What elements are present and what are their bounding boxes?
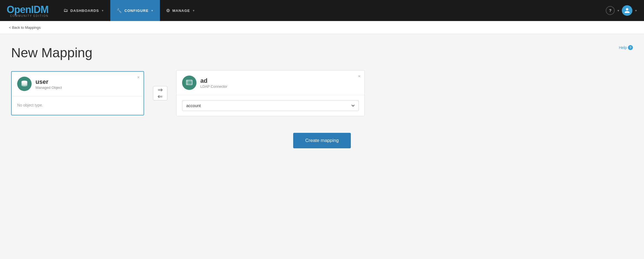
- back-to-mappings-link[interactable]: < Back to Mappings: [9, 25, 41, 30]
- help-circle-icon: ?: [628, 45, 633, 50]
- mapping-row: user Managed Object × No object type. ⇒ …: [11, 70, 633, 116]
- help-link-label: Help: [619, 45, 627, 50]
- logo[interactable]: Open IDM COMMUNITY EDITION: [7, 4, 48, 17]
- right-card-close[interactable]: ×: [358, 74, 361, 79]
- breadcrumb-bar: < Back to Mappings: [0, 21, 644, 34]
- nav-dashboards[interactable]: 🗂 DASHBOARDS ▼: [57, 0, 110, 21]
- left-card-close[interactable]: ×: [137, 75, 140, 80]
- right-mapping-card: ad LDAP Connector × account group organi…: [176, 70, 365, 116]
- left-card-header: user Managed Object ×: [12, 72, 144, 96]
- nav-configure[interactable]: 🔧 CONFIGURE ▼: [110, 0, 160, 21]
- manage-chevron: ▼: [192, 9, 195, 12]
- object-type-select[interactable]: account group organizationalUnit: [182, 100, 359, 111]
- help-link[interactable]: Help ?: [619, 45, 633, 50]
- logo-idm: IDM: [31, 4, 48, 15]
- page-title: New Mapping: [11, 45, 92, 60]
- right-card-header: ad LDAP Connector ×: [177, 71, 364, 95]
- right-card-name: ad: [200, 77, 359, 84]
- left-card-info: user Managed Object: [35, 78, 138, 90]
- configure-chevron: ▼: [151, 9, 154, 12]
- left-card-icon: [17, 77, 32, 91]
- logo-edition: COMMUNITY EDITION: [7, 14, 48, 17]
- nav-items: 🗂 DASHBOARDS ▼ 🔧 CONFIGURE ▼ ⚙ MANAGE ▼: [57, 0, 606, 21]
- left-card-name: user: [35, 78, 138, 86]
- nav-manage[interactable]: ⚙ MANAGE ▼: [160, 0, 201, 21]
- nav-right: ? ▼ ▼: [606, 5, 637, 16]
- create-btn-row: Create mapping: [11, 133, 633, 148]
- left-card-type: Managed Object: [35, 86, 138, 90]
- right-card-select-area: account group organizationalUnit: [177, 95, 364, 116]
- user-avatar-button[interactable]: [622, 5, 632, 16]
- page-header: New Mapping Help ?: [11, 45, 633, 60]
- dashboards-label: DASHBOARDS: [70, 9, 99, 13]
- dashboards-icon: 🗂: [63, 8, 68, 13]
- help-button[interactable]: ?: [606, 6, 615, 15]
- configure-icon: 🔧: [116, 8, 122, 13]
- dashboards-chevron: ▼: [101, 9, 104, 12]
- no-object-text: No object type.: [17, 103, 43, 107]
- configure-label: CONFIGURE: [124, 9, 149, 13]
- create-mapping-button[interactable]: Create mapping: [293, 133, 351, 148]
- navbar: Open IDM COMMUNITY EDITION 🗂 DASHBOARDS …: [0, 0, 644, 21]
- logo-open: Open: [7, 4, 31, 15]
- left-card-body: No object type.: [12, 96, 144, 114]
- page-content: New Mapping Help ? user Manag: [0, 34, 644, 258]
- manage-label: MANAGE: [172, 9, 190, 13]
- swap-button[interactable]: ⇒ ⇒: [153, 86, 167, 100]
- right-card-type: LDAP Connector: [200, 84, 359, 89]
- right-card-icon: [182, 76, 196, 90]
- help-chevron[interactable]: ▼: [617, 9, 620, 12]
- right-card-info: ad LDAP Connector: [200, 77, 359, 89]
- user-chevron[interactable]: ▼: [635, 9, 637, 12]
- left-mapping-card: user Managed Object × No object type.: [11, 71, 144, 115]
- swap-icon: ⇒ ⇒: [158, 87, 163, 100]
- manage-icon: ⚙: [166, 8, 170, 13]
